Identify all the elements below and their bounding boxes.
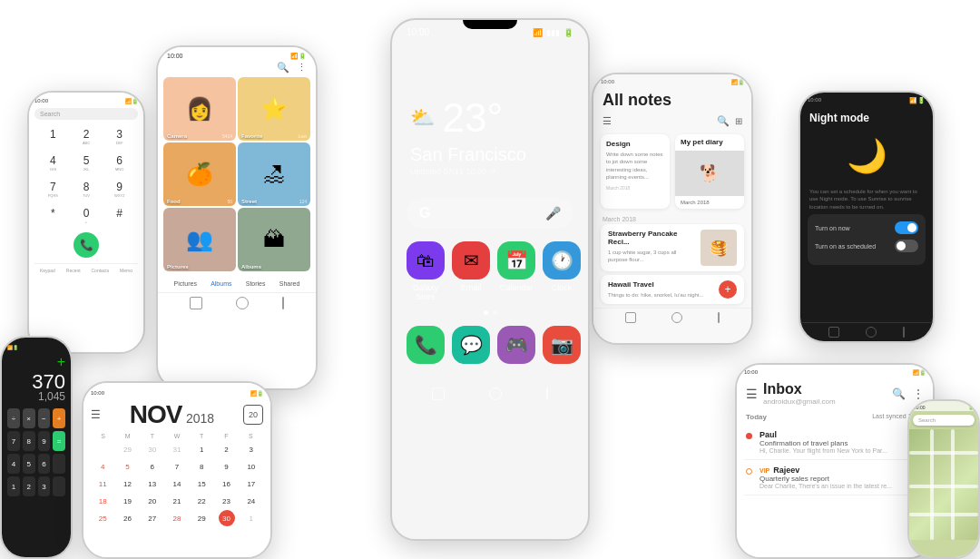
calc-4[interactable]: 4 [7, 454, 20, 474]
gallery-back[interactable] [190, 297, 202, 309]
cal-day[interactable]: 16 [219, 476, 235, 492]
cal-day[interactable]: 18 [94, 493, 111, 509]
cal-day[interactable]: 17 [243, 476, 260, 492]
key-hash[interactable]: # [104, 204, 134, 227]
home-button[interactable] [489, 387, 502, 400]
night-recents[interactable] [903, 327, 905, 338]
cal-day[interactable]: 21 [169, 493, 185, 509]
calc-7[interactable]: 7 [7, 431, 20, 451]
notes-grid-btn[interactable]: ⊞ [735, 116, 742, 126]
gallery-cell-camera[interactable]: 👩 Camera 5414 [163, 77, 236, 141]
email-search-icon[interactable]: 🔍 [892, 387, 906, 400]
cal-day[interactable]: 13 [144, 476, 161, 492]
cal-day[interactable]: 12 [119, 476, 135, 492]
cal-day[interactable]: 30 [144, 441, 161, 457]
app-game[interactable]: 🎮 [497, 326, 535, 364]
cal-day[interactable]: 24 [243, 493, 260, 509]
cal-day[interactable]: 28 [169, 510, 185, 526]
notes-home[interactable] [671, 312, 682, 323]
app-camera[interactable]: 📷 [543, 326, 581, 364]
night-back[interactable] [828, 327, 839, 338]
cal-day[interactable]: 30 [219, 510, 235, 526]
notes-search-btn[interactable]: 🔍 [717, 115, 730, 127]
scheduled-toggle[interactable] [895, 240, 918, 252]
tab-stories[interactable]: Stories [246, 280, 266, 287]
gallery-cell-food[interactable]: 🍊 Food 50 [163, 142, 236, 206]
cal-badge[interactable]: 20 [243, 405, 263, 425]
app-galaxy-store[interactable]: 🛍 Galaxy Store [407, 241, 445, 301]
calc-minus[interactable]: − [38, 408, 51, 428]
email-item-paul[interactable]: Paul Confirmation of travel plans Hi, Ch… [744, 425, 926, 460]
key-4[interactable]: 4GHI [38, 152, 68, 174]
notes-recents[interactable] [718, 312, 720, 323]
app-messages[interactable]: 💬 [452, 326, 490, 364]
calc-5[interactable]: 5 [23, 454, 35, 474]
recents-button[interactable] [546, 387, 548, 400]
cal-day[interactable]: 22 [193, 493, 210, 509]
cal-day[interactable]: 20 [144, 493, 161, 509]
key-5[interactable]: 5JKL [72, 152, 102, 174]
notes-back[interactable] [625, 312, 636, 323]
tab-recent[interactable]: Recent [66, 268, 81, 273]
cal-day[interactable]: 6 [144, 458, 161, 475]
calc-3[interactable]: 3 [38, 476, 51, 496]
cal-day[interactable]: 8 [193, 458, 210, 475]
notes-search-icon[interactable]: ☰ [603, 115, 612, 127]
key-star[interactable]: * [38, 204, 68, 227]
more-icon[interactable]: ⋮ [297, 62, 307, 74]
key-8[interactable]: 8TUV [72, 178, 102, 201]
calc-plus[interactable]: + [53, 408, 65, 428]
google-search-bar[interactable]: G 🎤 [407, 198, 573, 229]
key-0[interactable]: 0+ [72, 204, 102, 227]
cal-day[interactable]: 14 [169, 476, 185, 492]
cal-menu-icon[interactable]: ☰ [91, 408, 101, 421]
key-3[interactable]: 3DEF [104, 125, 134, 148]
turn-on-toggle[interactable] [895, 221, 918, 234]
night-home[interactable] [866, 327, 877, 338]
calc-multiply[interactable]: × [23, 408, 35, 428]
gallery-cell-albums[interactable]: 🏔 Albums [238, 208, 310, 271]
cal-day[interactable]: 23 [219, 493, 235, 509]
cal-day[interactable]: 3 [243, 441, 260, 457]
cal-day[interactable]: 7 [169, 458, 185, 475]
key-6[interactable]: 6MNO [104, 152, 134, 174]
hamburger-icon[interactable]: ☰ [746, 387, 758, 401]
tab-contacts[interactable]: Contacts [92, 268, 110, 273]
calc-6[interactable]: 6 [38, 454, 51, 474]
email-more-icon[interactable]: ⋮ [913, 387, 924, 400]
email-item-rajeev[interactable]: VIP Rajeev Quarterly sales report Dear C… [744, 460, 926, 495]
app-phone[interactable]: 📞 [407, 326, 445, 364]
hawaii-add-btn[interactable]: + [719, 280, 737, 299]
calc-2[interactable]: 2 [23, 476, 35, 496]
app-clock[interactable]: 🕐 Clock [543, 241, 581, 301]
dialer-search[interactable]: Search [34, 108, 138, 120]
cal-day[interactable]: 27 [144, 510, 161, 526]
cal-day[interactable]: 10 [243, 458, 260, 475]
cal-day[interactable]: 5 [119, 458, 135, 475]
calc-equals[interactable]: = [53, 431, 65, 451]
tab-shared[interactable]: Shared [279, 280, 300, 287]
notes-card-hawaii[interactable]: Hawaii Travel Things to do: hike, snorke… [601, 275, 744, 304]
app-email[interactable]: ✉ Email [452, 241, 490, 301]
cal-day[interactable]: 4 [94, 458, 111, 475]
maps-search-bar[interactable]: Search [913, 415, 975, 426]
gallery-recents[interactable] [282, 297, 284, 309]
notes-card-pancake[interactable]: Strawberry Pancake Reci... 1 cup white s… [601, 224, 744, 271]
cal-day[interactable]: 15 [193, 476, 210, 492]
tab-albums[interactable]: Albums [211, 280, 231, 287]
calc-9[interactable]: 9 [38, 431, 51, 451]
app-calendar[interactable]: 📅 Calendar [497, 241, 535, 301]
calc-1[interactable]: 1 [7, 476, 20, 496]
gallery-cell-favorite[interactable]: ⭐ Favorite Last [238, 77, 310, 141]
calc-divide[interactable]: ÷ [7, 408, 20, 428]
gallery-home[interactable] [236, 297, 249, 309]
cal-day[interactable]: 11 [94, 476, 111, 492]
key-1[interactable]: 1 [38, 125, 68, 148]
cal-day[interactable]: 19 [119, 493, 135, 509]
cal-day[interactable]: 1 [193, 441, 210, 457]
mic-icon[interactable]: 🎤 [545, 206, 561, 221]
notes-card-pet[interactable]: My pet diary 🐕 March 2018 [675, 134, 744, 209]
key-7[interactable]: 7PQRS [38, 178, 68, 201]
tab-keypad[interactable]: Keypad [40, 268, 55, 273]
key-9[interactable]: 9WXYZ [104, 178, 134, 201]
